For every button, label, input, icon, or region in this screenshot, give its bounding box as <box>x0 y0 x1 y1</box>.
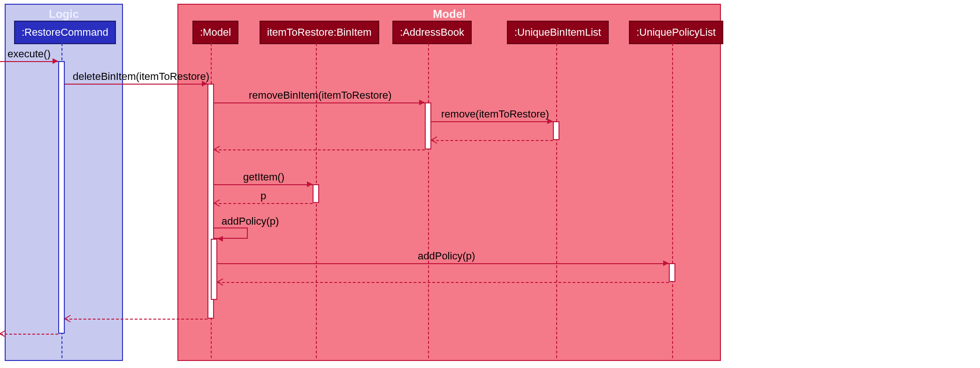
activation-model-self <box>211 239 217 300</box>
msg-label-remove-bin-item: removeBinItem(itemToRestore) <box>249 89 391 102</box>
participant-unique-policy-list: :UniquePolicyList <box>629 21 723 44</box>
arrow-execute <box>53 58 58 64</box>
activation-unique-bin-item-list <box>553 121 559 140</box>
activation-item-to-restore <box>313 184 319 203</box>
msg-line-get-item <box>214 184 313 185</box>
activation-restore-command <box>58 61 65 334</box>
msg-label-p: p <box>260 190 266 202</box>
return-rc-origin <box>0 334 58 335</box>
arrow-get-item <box>307 181 313 187</box>
msg-label-add-policy-self: addPolicy(p) <box>222 215 279 227</box>
msg-line-remove-bin-item <box>214 102 425 103</box>
participant-unique-bin-item-list: :UniqueBinItemList <box>507 21 609 44</box>
arrow-add-policy <box>663 260 669 266</box>
msg-line-add-policy <box>217 263 669 264</box>
arrow-remove-bin-item <box>419 100 425 105</box>
participant-restore-command: :RestoreCommand <box>14 21 116 44</box>
msg-line-remove <box>431 121 553 122</box>
return-upl-model <box>217 282 669 283</box>
lifeline-unique-policy-list <box>672 43 673 358</box>
lifeline-address-book <box>428 43 429 358</box>
return-ab-model <box>214 149 425 150</box>
msg-line-execute <box>0 61 58 62</box>
logic-box-title: Logic <box>6 8 122 21</box>
msg-label-execute: execute() <box>8 48 51 60</box>
msg-label-get-item: getItem() <box>243 171 284 183</box>
participant-item-to-restore: itemToRestore:BinItem <box>260 21 379 44</box>
arrow-selfcall-add-policy <box>217 236 223 242</box>
arrow-delete-bin-item <box>202 81 207 86</box>
activation-unique-policy-list <box>669 263 675 282</box>
msg-label-delete-bin-item: deleteBinItem(itemToRestore) <box>73 70 209 83</box>
msg-label-add-policy: addPolicy(p) <box>418 250 475 262</box>
model-box-title: Model <box>178 8 720 21</box>
lifeline-unique-bin-item-list <box>556 43 557 358</box>
participant-model: :Model <box>192 21 238 44</box>
return-p <box>214 203 313 204</box>
msg-line-delete-bin-item <box>65 84 207 85</box>
activation-address-book <box>425 102 431 149</box>
arrow-remove <box>547 118 553 124</box>
msg-label-remove: remove(itemToRestore) <box>441 108 549 120</box>
participant-address-book: :AddressBook <box>392 21 472 44</box>
return-model-rc <box>65 319 207 320</box>
return-ubil-ab <box>431 140 553 141</box>
